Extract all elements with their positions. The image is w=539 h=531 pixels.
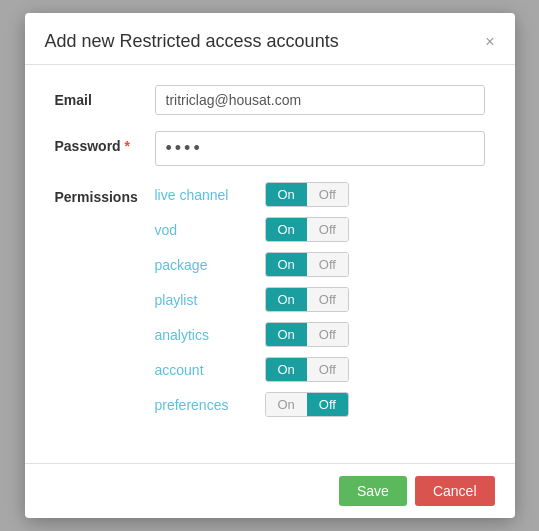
toggle-group-playlist: On Off — [265, 287, 349, 312]
toggle-on-live-channel[interactable]: On — [266, 183, 307, 206]
permission-row-playlist: playlist On Off — [155, 287, 485, 312]
permission-row-vod: vod On Off — [155, 217, 485, 242]
permission-row-account: account On Off — [155, 357, 485, 382]
toggle-off-playlist[interactable]: Off — [307, 288, 348, 311]
toggle-on-vod[interactable]: On — [266, 218, 307, 241]
toggle-on-analytics[interactable]: On — [266, 323, 307, 346]
permission-row-package: package On Off — [155, 252, 485, 277]
toggle-off-live-channel[interactable]: Off — [307, 183, 348, 206]
modal-body: Email Password Permissions live channel … — [25, 65, 515, 463]
modal-overlay: Add new Restricted access accounts × Ema… — [0, 0, 539, 531]
permission-name-analytics: analytics — [155, 327, 255, 343]
toggle-off-package[interactable]: Off — [307, 253, 348, 276]
password-field[interactable] — [155, 131, 485, 166]
permissions-container: live channel On Off vod On Off — [155, 182, 485, 427]
toggle-on-account[interactable]: On — [266, 358, 307, 381]
password-row: Password — [55, 131, 485, 166]
permission-name-preferences: preferences — [155, 397, 255, 413]
permission-name-playlist: playlist — [155, 292, 255, 308]
toggle-off-account[interactable]: Off — [307, 358, 348, 381]
modal-dialog: Add new Restricted access accounts × Ema… — [25, 13, 515, 518]
password-label: Password — [55, 131, 155, 154]
toggle-off-preferences[interactable]: Off — [307, 393, 348, 416]
permission-name-vod: vod — [155, 222, 255, 238]
toggle-off-analytics[interactable]: Off — [307, 323, 348, 346]
toggle-off-vod[interactable]: Off — [307, 218, 348, 241]
permissions-row: Permissions live channel On Off vod — [55, 182, 485, 427]
email-label: Email — [55, 85, 155, 108]
toggle-on-preferences[interactable]: On — [266, 393, 307, 416]
close-button[interactable]: × — [485, 34, 494, 50]
permission-row-preferences: preferences On Off — [155, 392, 485, 417]
toggle-group-preferences: On Off — [265, 392, 349, 417]
toggle-on-package[interactable]: On — [266, 253, 307, 276]
email-field[interactable] — [155, 85, 485, 115]
toggle-group-account: On Off — [265, 357, 349, 382]
modal-title: Add new Restricted access accounts — [45, 31, 339, 52]
permission-name-package: package — [155, 257, 255, 273]
save-button[interactable]: Save — [339, 476, 407, 506]
permission-name-account: account — [155, 362, 255, 378]
email-row: Email — [55, 85, 485, 115]
modal-footer: Save Cancel — [25, 463, 515, 518]
toggle-group-package: On Off — [265, 252, 349, 277]
toggle-group-live-channel: On Off — [265, 182, 349, 207]
toggle-group-vod: On Off — [265, 217, 349, 242]
permission-row-analytics: analytics On Off — [155, 322, 485, 347]
permissions-label: Permissions — [55, 182, 155, 205]
modal-header: Add new Restricted access accounts × — [25, 13, 515, 65]
cancel-button[interactable]: Cancel — [415, 476, 495, 506]
permission-row-live-channel: live channel On Off — [155, 182, 485, 207]
toggle-group-analytics: On Off — [265, 322, 349, 347]
permission-name-live-channel: live channel — [155, 187, 255, 203]
toggle-on-playlist[interactable]: On — [266, 288, 307, 311]
